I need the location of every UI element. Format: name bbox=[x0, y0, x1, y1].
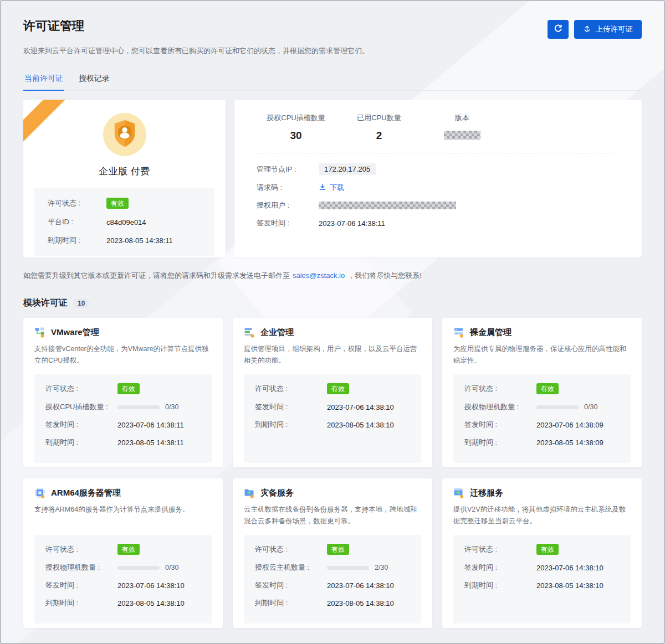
page-subtitle: 欢迎来到云平台许可证管理中心，您可以查看所有已购买的许可证和它们的状态，并根据您… bbox=[23, 46, 642, 56]
module-header: VMware管理 bbox=[34, 327, 212, 338]
field-label: 授权物理机数量 : bbox=[464, 402, 536, 412]
issue-time-row: 签发时间 : 2023-07-06 14:38:10 bbox=[255, 402, 410, 412]
license-status-row: 许可状态 : 有效 bbox=[48, 198, 201, 209]
quota-row: 授权物理机数量 : 0/30 bbox=[464, 402, 620, 412]
field-label: 签发时间 : bbox=[255, 580, 327, 590]
corner-ribbon bbox=[23, 100, 71, 148]
license-status-row: 许可状态 : 有效 bbox=[255, 383, 410, 394]
license-overview-row: 企业版 付费 许可状态 : 有效 平台ID : c84d09e014 到期时间 … bbox=[23, 100, 642, 257]
field-label: 到期时间 : bbox=[45, 437, 117, 447]
field-label: 签发时间 : bbox=[464, 563, 536, 573]
migrate-window-icon bbox=[453, 487, 464, 498]
shield-user-icon bbox=[112, 120, 137, 150]
modules-count-badge: 10 bbox=[73, 298, 89, 308]
stat-version: 版本 bbox=[423, 113, 502, 142]
download-link-label: 下载 bbox=[330, 183, 344, 193]
field-label: 到期时间 : bbox=[464, 437, 536, 447]
field-label: 许可状态 : bbox=[464, 384, 536, 394]
expire-time-value: 2023-08-05 14:38:10 bbox=[327, 599, 394, 607]
expire-time-value: 2023-08-05 14:38:10 bbox=[117, 599, 185, 607]
field-label: 签发时间 : bbox=[464, 420, 536, 430]
license-status-row: 许可状态 : 有效 bbox=[45, 383, 201, 394]
page-title: 许可证管理 bbox=[23, 18, 84, 34]
expire-time-value: 2023-08-05 14:38:09 bbox=[536, 439, 603, 447]
tab-bar: 当前许可证 授权记录 bbox=[23, 69, 642, 91]
module-description: 支持接管vCenter的全功能，为VMware的计算节点提供独立的CPU授权。 bbox=[34, 343, 212, 374]
license-status-row: 许可状态 : 有效 bbox=[464, 383, 620, 394]
license-status-row: 许可状态 : 有效 bbox=[464, 544, 620, 555]
tab-authorization-records[interactable]: 授权记录 bbox=[78, 69, 111, 90]
stat-used-cpu: 已用CPU数量 2 bbox=[340, 113, 418, 142]
download-request-code-link[interactable]: 下载 bbox=[319, 183, 344, 193]
stat-value: 2 bbox=[340, 130, 418, 142]
module-panel: 许可状态 : 有效 签发时间 : 2023-07-06 14:38:10 到期时… bbox=[453, 535, 631, 624]
expire-time-row: 到期时间 : 2023-08-05 14:38:10 bbox=[45, 598, 201, 608]
field-label: 签发时间 : bbox=[45, 420, 117, 430]
module-panel: 许可状态 : 有效 授权CPU插槽数量 : 0/30 签发时间 : 2023-0… bbox=[34, 374, 212, 463]
module-card-disaster-recovery: 灾备服务 云主机数据在线备份到备份服务器，支持本地，跨地域和混合云多种备份场景，… bbox=[233, 478, 432, 628]
issue-time-row: 签发时间 : 2023-07-06 14:38:10 bbox=[45, 580, 201, 590]
quota-row: 授权物理机数量 : 0/30 bbox=[45, 563, 201, 573]
module-header: 企业管理 bbox=[244, 327, 421, 338]
expire-time-row: 到期时间 : 2023-08-05 14:38:10 bbox=[464, 580, 620, 590]
module-title: VMware管理 bbox=[51, 327, 99, 338]
field-label: 许可状态 : bbox=[464, 544, 536, 554]
status-badge: 有效 bbox=[327, 383, 349, 394]
module-panel: 许可状态 : 有效 授权物理机数量 : 0/30 签发时间 : 2023-07-… bbox=[453, 374, 631, 463]
module-title: 裸金属管理 bbox=[470, 327, 511, 338]
module-description: 为应用提供专属的物理服务器，保证核心应用的高性能和稳定性。 bbox=[453, 343, 631, 374]
quota-value: 0/30 bbox=[165, 564, 178, 571]
module-card-vmware: VMware管理 支持接管vCenter的全功能，为VMware的计算节点提供独… bbox=[23, 318, 223, 467]
module-card-arm64: ARM64服务器管理 支持将ARM64的服务器作为计算节点来提供服务。 许可状态… bbox=[23, 478, 223, 628]
sales-email-link[interactable]: sales@zstack.io bbox=[293, 271, 345, 280]
upgrade-note: 如您需要升级到其它版本或更新许可证，请将您的请求码和升级需求发送电子邮件至sal… bbox=[23, 271, 642, 281]
upload-icon bbox=[583, 24, 591, 34]
quota-row: 授权CPU插槽数量 : 0/30 bbox=[45, 402, 201, 412]
modules-section-title: 模块许可证 bbox=[23, 297, 68, 309]
request-code-row: 请求码 : 下载 bbox=[257, 183, 620, 193]
issue-time-value: 2023-07-06 14:38:11 bbox=[117, 421, 184, 429]
quota-progress: 0/30 bbox=[117, 564, 178, 571]
refresh-button[interactable] bbox=[548, 20, 569, 39]
expire-time-value: 2023-08-05 14:38:10 bbox=[327, 421, 394, 429]
issue-time-value: 2023-07-06 14:38:10 bbox=[117, 581, 185, 590]
download-icon bbox=[319, 183, 326, 193]
tab-current-license[interactable]: 当前许可证 bbox=[23, 69, 64, 91]
field-label: 平台ID : bbox=[48, 217, 106, 227]
field-label: 许可状态 : bbox=[255, 544, 327, 554]
stat-label: 已用CPU数量 bbox=[340, 113, 418, 123]
quota-progress: 0/30 bbox=[536, 403, 597, 411]
field-label: 到期时间 : bbox=[48, 235, 106, 245]
module-description: 支持将ARM64的服务器作为计算节点来提供服务。 bbox=[34, 504, 212, 535]
upload-license-button[interactable]: 上传许可证 bbox=[574, 20, 642, 39]
stat-cpu-sockets: 授权CPU插槽数量 30 bbox=[257, 113, 335, 142]
module-description: 云主机数据在线备份到备份服务器，支持本地，跨地域和混合云多种备份场景，数据更可靠… bbox=[244, 504, 421, 535]
progress-track bbox=[536, 405, 579, 409]
summary-panel: 许可状态 : 有效 平台ID : c84d09e014 到期时间 : 2023-… bbox=[34, 188, 214, 256]
expire-time-row: 到期时间 : 2023-08-05 14:38:10 bbox=[255, 420, 410, 430]
field-label: 许可状态 : bbox=[45, 384, 117, 394]
progress-track bbox=[327, 566, 369, 570]
org-list-icon bbox=[244, 327, 255, 338]
issue-time-value: 2023-07-06 14:38:09 bbox=[536, 421, 603, 429]
field-label: 授权CPU插槽数量 : bbox=[45, 402, 117, 412]
field-label: 到期时间 : bbox=[45, 598, 117, 608]
license-management-page: 许可证管理 上传许可证 欢迎来到云平台许可证管理中心，您可以查看所有已购买的许可… bbox=[0, 0, 665, 644]
field-label: 请求码 : bbox=[257, 183, 319, 193]
expire-time-value: 2023-08-05 14:38:11 bbox=[117, 439, 184, 447]
field-label: 授权用户 : bbox=[257, 200, 319, 210]
module-title: 迁移服务 bbox=[470, 488, 503, 498]
redacted-user-value bbox=[319, 202, 456, 209]
module-license-grid: VMware管理 支持接管vCenter的全功能，为VMware的计算节点提供独… bbox=[23, 318, 642, 639]
module-panel: 许可状态 : 有效 授权云主机数量 : 2/30 签发时间 : 2023-07-… bbox=[244, 535, 421, 624]
edition-name: 企业版 付费 bbox=[23, 165, 226, 178]
field-label: 签发时间 : bbox=[255, 402, 327, 412]
issue-time-row: 签发时间 : 2023-07-06 14:38:11 bbox=[45, 420, 201, 430]
status-badge: 有效 bbox=[117, 544, 140, 555]
field-label: 签发时间 : bbox=[45, 580, 117, 590]
upload-button-label: 上传许可证 bbox=[596, 24, 633, 34]
license-detail-rows: 管理节点IP : 172.20.17.205 请求码 : 下载 授 bbox=[257, 163, 620, 228]
management-node-ip-value: 172.20.17.205 bbox=[319, 163, 376, 175]
field-label: 许可状态 : bbox=[255, 384, 327, 394]
status-badge: 有效 bbox=[117, 383, 140, 394]
